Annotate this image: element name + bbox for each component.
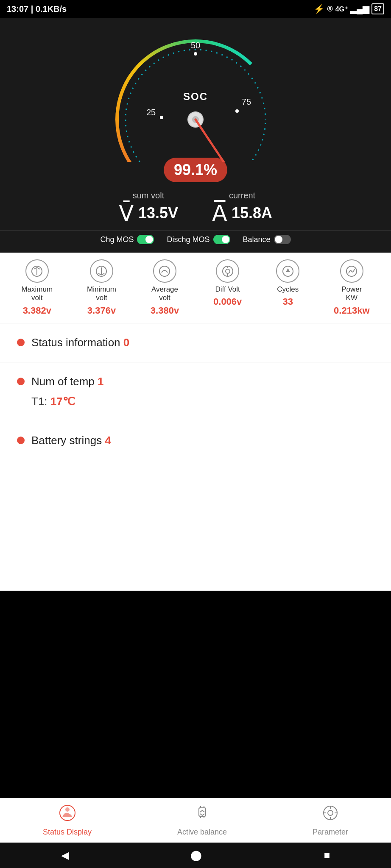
volt-icon-row: V̄ 13.5V [119,200,178,226]
current-icon: A̅ [212,200,227,226]
current-label: current [229,191,255,200]
diff-volt-label: Diff Volt [215,285,240,294]
dischg-mos-label: Dischg MOS [167,235,209,244]
stats-section: Maximumvolt 3.382v Minimumvolt 3.376v [0,253,391,323]
chg-mos-toggle[interactable] [137,235,154,244]
stat-item-cycles: Cycles 33 [276,259,299,307]
battery-strings-text: Battery strings 4 [31,434,111,447]
current-value: 15.8A [232,204,272,222]
stat-item-avg-volt: Averagevolt 3.380v [151,259,179,316]
svg-point-24 [65,807,70,812]
min-volt-label: Minimumvolt [87,285,116,303]
gauge-label-50: 50 [191,41,200,50]
svg-line-13 [98,273,101,275]
max-volt-value: 3.382v [23,305,51,316]
nav-item-parameter[interactable]: Parameter [313,804,348,837]
recent-button[interactable]: ■ [324,849,330,861]
dischg-mos-item: Dischg MOS [167,235,230,244]
status-info-dot [17,339,25,346]
bottom-nav: Status Display Active balance [0,798,391,843]
volt-label: sum volt [133,191,164,200]
min-volt-icon [90,259,113,283]
gauge-container: 50 25 75 0 100 SOC [89,26,302,162]
balance-mos-label: Balance [243,235,271,244]
battery-strings-dot [17,437,25,444]
network-icon: 4G⁺ [335,5,348,13]
avg-volt-icon [153,259,176,283]
avg-volt-label: Averagevolt [151,285,178,303]
parameter-label: Parameter [313,828,348,837]
soc-label: SOC [183,91,208,103]
current-icon-row: A̅ 15.8A [212,200,272,226]
svg-point-17 [226,269,230,273]
svg-point-4 [235,109,239,113]
temp-detail: T1: 17℃ [31,395,374,408]
volt-value: 13.5V [138,204,178,222]
back-button[interactable]: ◀ [61,849,69,861]
gauge-label-25: 25 [146,108,156,117]
android-nav: ◀ ⬤ ■ [0,843,391,868]
cycles-value: 33 [282,296,293,307]
svg-point-3 [160,116,163,119]
temp-info-dot [17,378,25,385]
volt-current-row: sum volt V̄ 13.5V current A̅ 15.8A [0,182,391,230]
gauge-section: 50 25 75 0 100 SOC 99.1% [0,18,391,253]
cycles-icon [276,259,299,283]
battery-strings-row: Battery strings 4 [17,434,374,447]
power-label: PowerKW [341,285,362,303]
min-volt-value: 3.376v [87,305,116,316]
temp-info-section: Num of temp 1 T1: 17℃ [0,362,391,421]
parameter-icon [322,804,339,825]
mos-row: Chg MOS Dischg MOS Balance [0,230,391,248]
balance-mos-toggle[interactable] [274,235,291,244]
battery-indicator: 87 [371,3,384,14]
chg-mos-item: Chg MOS [100,235,154,244]
status-time-speed: 13:07 | 0.1KB/s [7,4,67,14]
status-bar: 13:07 | 0.1KB/s ⚡ ® 4G⁺ ▂▄▆ 87 [0,0,391,18]
nav-item-active-balance[interactable]: Active balance [177,804,227,837]
status-display-icon [59,804,76,825]
svg-point-2 [194,52,197,56]
stat-item-max-volt: Maximumvolt 3.382v [21,259,53,316]
svg-point-31 [328,810,333,815]
chg-mos-label: Chg MOS [100,235,134,244]
max-volt-icon [25,259,49,283]
stat-item-power: PowerKW 0.213kw [334,259,369,316]
active-balance-icon [194,804,211,825]
max-volt-label: Maximumvolt [21,285,53,303]
temp-info-row: Num of temp 1 [17,375,374,388]
stats-row: Maximumvolt 3.382v Minimumvolt 3.376v [4,259,387,316]
svg-point-15 [159,266,170,276]
dischg-mos-toggle[interactable] [213,235,230,244]
bluetooth-icon: ⚡ [314,4,324,14]
stat-item-min-volt: Minimumvolt 3.376v [87,259,116,316]
gauge-label-75: 75 [242,97,251,106]
stat-item-diff-volt: Diff Volt 0.006v [213,259,242,307]
svg-marker-21 [286,268,290,272]
svg-line-10 [37,267,40,269]
power-value: 0.213kw [334,305,369,316]
status-display-label: Status Display [43,828,92,837]
status-info-text: Status information 0 [31,336,129,349]
current-item: current A̅ 15.8A [212,191,272,226]
home-button[interactable]: ⬤ [190,849,202,861]
active-balance-label: Active balance [177,828,227,837]
registered-icon: ® [327,5,332,14]
diff-volt-icon [216,259,239,283]
nav-item-status-display[interactable]: Status Display [43,804,92,837]
status-info-section: Status information 0 [0,323,391,362]
balance-mos-item: Balance [243,235,291,244]
volt-icon: V̄ [119,200,134,226]
svg-line-9 [34,267,37,269]
temp-info-text: Num of temp 1 [31,375,104,388]
status-info-row: Status information 0 [17,336,374,349]
status-bar-right: ⚡ ® 4G⁺ ▂▄▆ 87 [314,3,384,14]
volt-item: sum volt V̄ 13.5V [119,191,178,226]
cycles-label: Cycles [277,285,299,294]
battery-strings-section: Battery strings 4 [0,421,391,591]
avg-volt-value: 3.380v [151,305,179,316]
power-icon [340,259,363,283]
svg-line-14 [101,273,104,275]
signal-icon: ▂▄▆ [350,4,369,14]
diff-volt-value: 0.006v [213,296,242,307]
